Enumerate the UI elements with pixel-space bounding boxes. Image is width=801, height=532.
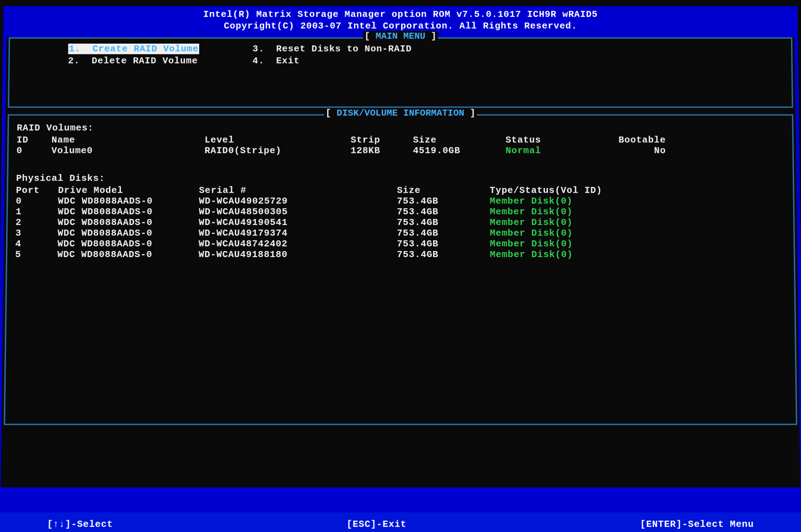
disk-row: 1WDC WD8088AADS-0WD-WCAU48500305753.4GBM… bbox=[16, 206, 785, 217]
vol-header-row: ID Name Level Strip Size Status Bootable bbox=[16, 135, 784, 146]
disk-size: 753.4GB bbox=[397, 249, 490, 260]
disk-port: 4 bbox=[15, 238, 58, 249]
disk-type-status: Member Disk(0) bbox=[490, 228, 662, 238]
vol-col-status: Status bbox=[506, 135, 598, 146]
vol-col-level: Level bbox=[205, 135, 350, 146]
disk-model: WDC WD8088AADS-0 bbox=[58, 217, 199, 228]
disk-row: 4WDC WD8088AADS-0WD-WCAU48742402753.4GBM… bbox=[15, 238, 786, 249]
menu-item-exit[interactable]: 4. Exit bbox=[252, 55, 412, 66]
disk-row: 5WDC WD8088AADS-0WD-WCAU49188180753.4GBM… bbox=[15, 249, 786, 260]
disk-header-row: Port Drive Model Serial # Size Type/Stat… bbox=[16, 185, 785, 196]
disk-model: WDC WD8088AADS-0 bbox=[57, 249, 198, 260]
physical-disks-label: Physical Disks: bbox=[16, 173, 785, 184]
disk-row: 2WDC WD8088AADS-0WD-WCAU49190541753.4GBM… bbox=[15, 217, 785, 228]
disk-volume-info-box: [ DISK/VOLUME INFORMATION ] RAID Volumes… bbox=[4, 114, 797, 425]
disk-port: 3 bbox=[15, 228, 58, 238]
disk-col-serial: Serial # bbox=[199, 185, 397, 196]
header-line1: Intel(R) Matrix Storage Manager option R… bbox=[3, 9, 798, 20]
vol-data-row: 0 Volume0 RAID0(Stripe) 128KB 4519.0GB N… bbox=[16, 146, 785, 156]
main-menu-box: [ MAIN MENU ] 1. Create RAID Volume 2. D… bbox=[8, 37, 793, 108]
disk-serial: WD-WCAU49190541 bbox=[199, 217, 397, 228]
raid-volumes-table: ID Name Level Strip Size Status Bootable… bbox=[16, 135, 785, 156]
disk-size: 753.4GB bbox=[397, 206, 490, 217]
disk-port: 5 bbox=[15, 249, 57, 260]
vol-status: Normal bbox=[506, 146, 598, 156]
vol-col-size: Size bbox=[413, 135, 506, 146]
main-menu-title: [ MAIN MENU ] bbox=[363, 31, 438, 42]
disk-model: WDC WD8088AADS-0 bbox=[58, 238, 199, 249]
disk-model: WDC WD8088AADS-0 bbox=[58, 206, 199, 217]
disk-col-type: Type/Status(Vol ID) bbox=[490, 185, 661, 196]
raid-volumes-label: RAID Volumes: bbox=[17, 123, 785, 133]
vol-col-id: ID bbox=[16, 135, 51, 146]
disk-port: 2 bbox=[15, 217, 58, 228]
info-title: [ DISK/VOLUME INFORMATION ] bbox=[324, 108, 477, 119]
disk-row: 0WDC WD8088AADS-0WD-WCAU49025729753.4GBM… bbox=[16, 196, 785, 207]
disk-type-status: Member Disk(0) bbox=[490, 206, 661, 217]
disk-serial: WD-WCAU48742402 bbox=[198, 238, 397, 249]
vol-col-strip: Strip bbox=[351, 135, 413, 146]
hint-select: [↑↓]-Select bbox=[0, 519, 163, 529]
hint-esc: [ESC]-Exit bbox=[296, 519, 457, 529]
menu-item-delete-raid-volume[interactable]: 2. Delete RAID Volume bbox=[68, 55, 199, 66]
disk-size: 753.4GB bbox=[397, 196, 490, 207]
disk-size: 753.4GB bbox=[397, 217, 490, 228]
vol-col-name: Name bbox=[51, 135, 205, 146]
physical-disks-table: Port Drive Model Serial # Size Type/Stat… bbox=[15, 185, 786, 260]
disk-serial: WD-WCAU48500305 bbox=[199, 206, 397, 217]
disk-port: 0 bbox=[16, 196, 58, 207]
disk-port: 1 bbox=[16, 206, 58, 217]
disk-row: 3WDC WD8088AADS-0WD-WCAU49179374753.4GBM… bbox=[15, 228, 786, 238]
menu-item-create-raid-volume[interactable]: 1. Create RAID Volume bbox=[68, 44, 200, 54]
disk-col-port: Port bbox=[16, 185, 58, 196]
disk-size: 753.4GB bbox=[397, 238, 490, 249]
disk-serial: WD-WCAU49025729 bbox=[199, 196, 397, 207]
disk-type-status: Member Disk(0) bbox=[490, 196, 661, 207]
disk-col-model: Drive Model bbox=[58, 185, 199, 196]
disk-col-size: Size bbox=[397, 185, 490, 196]
footer-bar: [↑↓]-Select [ESC]-Exit [ENTER]-Select Me… bbox=[0, 512, 801, 532]
disk-type-status: Member Disk(0) bbox=[490, 217, 661, 228]
disk-model: WDC WD8088AADS-0 bbox=[58, 228, 199, 238]
disk-size: 753.4GB bbox=[397, 228, 490, 238]
disk-type-status: Member Disk(0) bbox=[490, 238, 662, 249]
header-line2: Copyright(C) 2003-07 Intel Corporation. … bbox=[3, 20, 798, 32]
disk-model: WDC WD8088AADS-0 bbox=[58, 196, 199, 207]
disk-type-status: Member Disk(0) bbox=[490, 249, 662, 260]
vol-col-bootable: Bootable bbox=[598, 135, 666, 146]
menu-item-reset-disks[interactable]: 3. Reset Disks to Non-RAID bbox=[252, 44, 412, 54]
disk-serial: WD-WCAU49179374 bbox=[199, 228, 397, 238]
hint-enter: [ENTER]-Select Menu bbox=[590, 519, 801, 529]
disk-serial: WD-WCAU49188180 bbox=[198, 249, 397, 260]
